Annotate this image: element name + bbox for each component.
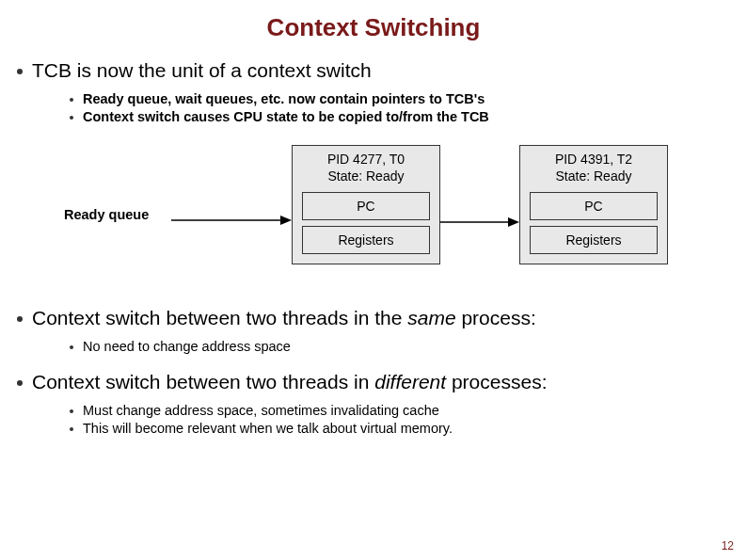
bullet-3-sub-1: Must change address space, sometimes inv… (70, 403, 724, 418)
bullet-2-sub-1: No need to change address space (70, 339, 724, 354)
tcb-box-1-line2: State: Ready (296, 168, 436, 185)
bullet-1: TCB is now the unit of a context switch (17, 59, 724, 82)
svg-marker-1 (280, 216, 292, 225)
bullet-3-prefix: Context switch between two threads in (32, 371, 374, 392)
bullet-3: Context switch between two threads in di… (17, 371, 724, 393)
tcb-box-1-line1: PID 4277, T0 (296, 152, 436, 168)
tcb-box-2-header: PID 4391, T2 State: Ready (520, 146, 667, 192)
tcb-box-1: PID 4277, T0 State: Ready PC Registers (292, 145, 440, 264)
bullet-dot (70, 345, 73, 349)
bullet-2-sub-1-text: No need to change address space (83, 339, 291, 354)
tcb-box-2: PID 4391, T2 State: Ready PC Registers (519, 145, 668, 264)
tcb-box-2-cells: PC Registers (520, 192, 667, 264)
tcb-box-1-registers: Registers (302, 226, 430, 254)
bullet-1-sub-2-text: Context switch causes CPU state to be co… (83, 109, 489, 124)
tcb-box-2-pc: PC (530, 192, 658, 220)
bullet-dot (70, 409, 73, 413)
bullet-1-sub-1-text: Ready queue, wait queues, etc. now conta… (83, 91, 485, 106)
bullet-dot (70, 116, 73, 120)
bullet-2-sublist: No need to change address space (70, 339, 724, 354)
bullet-3-sub-2: This will become relevant when we talk a… (70, 421, 724, 436)
arrow-to-first-tcb (171, 215, 292, 216)
bullet-2-prefix: Context switch between two threads in th… (32, 307, 407, 328)
bullet-dot (17, 69, 23, 74)
arrow-between-tcbs (440, 215, 519, 216)
bullet-1-text: TCB is now the unit of a context switch (32, 59, 372, 82)
ready-queue-label: Ready queue (64, 207, 149, 222)
tcb-box-1-pc: PC (302, 192, 430, 220)
bullet-dot (17, 380, 23, 386)
slide-content: TCB is now the unit of a context switch … (0, 59, 747, 436)
bullet-2-emph: same (407, 307, 455, 328)
bullet-3-sub-1-text: Must change address space, sometimes inv… (83, 403, 439, 418)
bullet-3-emph: different (374, 371, 446, 392)
bullet-3-suffix: processes: (446, 371, 547, 392)
page-number: 12 (722, 539, 734, 552)
tcb-box-2-line2: State: Ready (524, 168, 663, 185)
tcb-box-1-cells: PC Registers (293, 192, 439, 264)
slide-title: Context Switching (0, 0, 747, 50)
diagram: Ready queue PID 4277, T0 State: Ready PC… (45, 139, 723, 299)
bullet-3-sub-2-text: This will become relevant when we talk a… (83, 421, 453, 436)
bullet-2: Context switch between two threads in th… (17, 307, 724, 329)
bullet-dot (70, 427, 73, 431)
bullet-2-suffix: process: (456, 307, 536, 328)
bullet-1-sublist: Ready queue, wait queues, etc. now conta… (70, 91, 724, 124)
tcb-box-2-line1: PID 4391, T2 (524, 152, 663, 168)
bullet-dot (70, 98, 73, 102)
svg-marker-3 (508, 217, 519, 227)
tcb-box-1-header: PID 4277, T0 State: Ready (293, 146, 439, 192)
bullet-2-text: Context switch between two threads in th… (32, 307, 536, 329)
bullet-3-sublist: Must change address space, sometimes inv… (70, 403, 724, 436)
tcb-box-2-registers: Registers (530, 226, 658, 254)
bullet-3-text: Context switch between two threads in di… (32, 371, 547, 393)
bullet-1-sub-1: Ready queue, wait queues, etc. now conta… (70, 91, 724, 106)
bullet-1-sub-2: Context switch causes CPU state to be co… (70, 109, 724, 124)
bullet-dot (17, 316, 23, 322)
